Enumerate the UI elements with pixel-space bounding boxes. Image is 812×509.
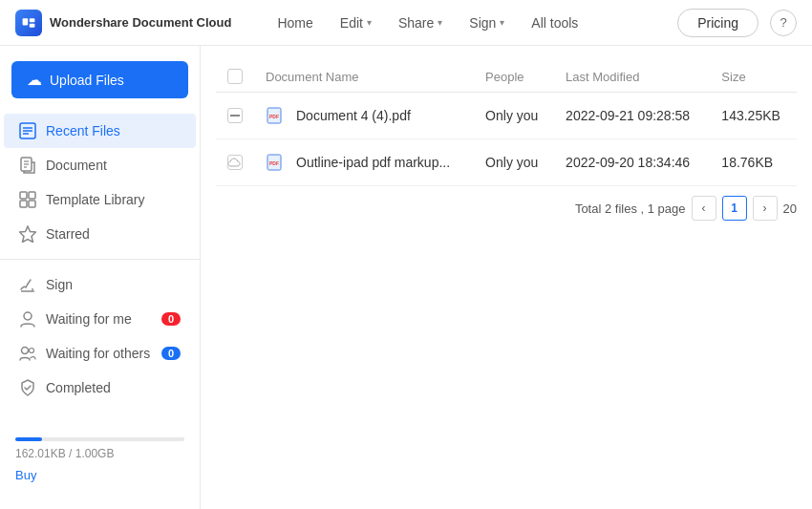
edit-chevron-icon: ▾ (367, 17, 372, 28)
waiting-for-others-badge: 0 (161, 347, 181, 360)
sidebar-item-recent-files[interactable]: Recent Files (4, 114, 196, 148)
nav-edit[interactable]: Edit ▾ (329, 10, 383, 36)
sidebar-item-waiting-for-me[interactable]: Waiting for me 0 (4, 302, 196, 336)
storage-bar-fill (15, 437, 42, 441)
starred-icon (19, 225, 36, 243)
last-modified-cell: 2022-09-20 18:34:46 (554, 139, 710, 186)
main-content: Document Name People Last Modified Size (201, 46, 812, 509)
svg-rect-0 (23, 18, 29, 25)
pricing-button[interactable]: Pricing (677, 9, 759, 37)
waiting-for-others-icon (19, 345, 36, 362)
pagination-extra: 20 (783, 201, 797, 216)
file-name-content: PDF Outline-ipad pdf markup... (266, 153, 462, 172)
select-all-checkbox[interactable] (227, 69, 243, 84)
sign-chevron-icon: ▾ (500, 17, 504, 28)
sign-icon (19, 276, 36, 293)
svg-point-20 (30, 349, 34, 353)
sidebar-item-label: Waiting for others (46, 346, 150, 361)
pagination-next-button[interactable]: › (753, 196, 778, 221)
people-header: People (474, 61, 554, 93)
svg-point-18 (24, 312, 32, 320)
document-name-header: Document Name (254, 61, 474, 93)
svg-text:PDF: PDF (269, 114, 279, 119)
sidebar-item-completed[interactable]: Completed (4, 371, 196, 405)
sidebar-item-document[interactable]: Document (4, 148, 196, 182)
storage-usage-text: 162.01KB / 1.00GB (15, 447, 184, 460)
file-table: Document Name People Last Modified Size (216, 61, 797, 186)
file-name: Document 4 (4).pdf (296, 108, 411, 123)
nav-sign[interactable]: Sign ▾ (458, 10, 516, 36)
svg-rect-14 (29, 201, 35, 207)
pdf-file-icon: PDF (266, 153, 285, 172)
row-checkbox[interactable] (227, 155, 243, 170)
size-header: Size (710, 61, 797, 93)
last-modified-header: Last Modified (554, 61, 710, 93)
svg-rect-2 (30, 23, 35, 27)
nav-links: Home Edit ▾ Share ▾ Sign ▾ All tools (266, 10, 658, 36)
recent-files-icon (19, 122, 36, 139)
file-name-cell: PDF Document 4 (4).pdf (254, 93, 474, 139)
people-cell: Only you (474, 93, 554, 139)
sidebar-item-label: Completed (46, 380, 111, 395)
logo-area: Wondershare Document Cloud (15, 10, 231, 36)
top-navigation: Wondershare Document Cloud Home Edit ▾ S… (0, 0, 812, 46)
sidebar-item-waiting-for-others[interactable]: Waiting for others 0 (4, 336, 196, 371)
waiting-for-me-icon (19, 310, 36, 328)
file-name-content: PDF Document 4 (4).pdf (266, 106, 462, 125)
svg-point-19 (22, 348, 29, 354)
pagination-summary: Total 2 files , 1 page (575, 201, 686, 216)
upload-files-label: Upload Files (50, 73, 124, 88)
main-layout: ☁ Upload Files Recent Files Document Tem… (0, 46, 812, 509)
nav-right-actions: Pricing ? (677, 9, 797, 37)
nav-share[interactable]: Share ▾ (387, 10, 454, 36)
svg-rect-13 (20, 201, 27, 207)
storage-bar-background (15, 437, 184, 441)
last-modified-cell: 2022-09-21 09:28:58 (554, 93, 710, 139)
svg-rect-1 (30, 18, 35, 22)
document-icon (19, 157, 36, 174)
table-row[interactable]: PDF Document 4 (4).pdf Only you 2022-09-… (216, 93, 797, 139)
nav-home[interactable]: Home (266, 10, 324, 36)
size-cell: 18.76KB (710, 139, 797, 186)
row-checkbox-cell (216, 139, 254, 186)
pagination-bar: Total 2 files , 1 page ‹ 1 › 20 (216, 186, 797, 221)
pagination-current-page[interactable]: 1 (722, 196, 747, 221)
svg-marker-15 (20, 226, 36, 243)
people-cell: Only you (474, 139, 554, 186)
file-name: Outline-ipad pdf markup... (296, 155, 450, 170)
nav-all-tools[interactable]: All tools (520, 10, 589, 36)
svg-rect-12 (29, 192, 35, 199)
sidebar-item-sign[interactable]: Sign (4, 267, 196, 302)
svg-text:PDF: PDF (269, 160, 279, 166)
sidebar-divider (0, 259, 200, 260)
help-button[interactable]: ? (770, 10, 797, 36)
pagination-prev-button[interactable]: ‹ (692, 196, 716, 221)
waiting-for-me-badge: 0 (161, 312, 181, 326)
sidebar-item-label: Starred (46, 226, 90, 242)
app-logo-icon (15, 10, 42, 36)
sidebar-item-label: Sign (46, 277, 73, 292)
upload-icon: ☁ (27, 71, 42, 89)
svg-rect-11 (20, 192, 27, 199)
upload-files-button[interactable]: ☁ Upload Files (11, 61, 188, 98)
sidebar-item-label: Waiting for me (46, 311, 132, 327)
row-checkbox[interactable] (227, 108, 243, 123)
sidebar-item-label: Document (46, 158, 107, 173)
sidebar-footer: 162.01KB / 1.00GB Buy (0, 426, 200, 494)
file-name-cell: PDF Outline-ipad pdf markup... (254, 139, 474, 186)
template-library-icon (19, 191, 36, 208)
table-row[interactable]: PDF Outline-ipad pdf markup... Only you … (216, 139, 797, 186)
completed-icon (19, 379, 36, 396)
sidebar-item-template-library[interactable]: Template Library (4, 182, 196, 217)
app-name: Wondershare Document Cloud (50, 15, 231, 30)
pdf-file-icon: PDF (266, 106, 285, 125)
share-chevron-icon: ▾ (438, 17, 442, 28)
buy-button[interactable]: Buy (15, 468, 184, 482)
sidebar: ☁ Upload Files Recent Files Document Tem… (0, 46, 201, 509)
size-cell: 143.25KB (710, 93, 797, 139)
sidebar-item-label: Recent Files (46, 123, 120, 138)
sidebar-item-starred[interactable]: Starred (4, 217, 196, 251)
sidebar-item-label: Template Library (46, 192, 145, 207)
select-all-header (216, 61, 254, 93)
row-checkbox-cell (216, 93, 254, 139)
